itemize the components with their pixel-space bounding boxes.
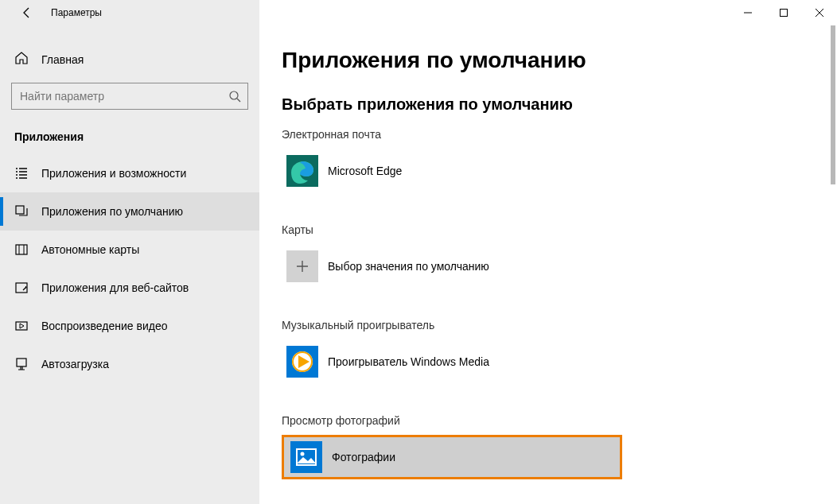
default-music-app-button[interactable]: Проигрыватель Windows Media [282, 339, 622, 384]
sidebar-item-label: Приложения для веб-сайтов [41, 281, 189, 294]
svg-rect-0 [780, 10, 787, 17]
svg-rect-6 [17, 359, 26, 366]
sidebar-item-label: Автозагрузка [41, 358, 109, 370]
home-icon [14, 51, 29, 68]
app-name-label: Фотографии [332, 451, 395, 463]
photos-icon [290, 441, 322, 473]
maximize-button[interactable] [765, 0, 801, 25]
svg-rect-5 [16, 322, 27, 330]
minimize-button[interactable] [730, 0, 765, 25]
scrollbar[interactable] [831, 25, 835, 184]
default-maps-app-button[interactable]: Выбор значения по умолчанию [282, 244, 622, 289]
map-icon [14, 242, 29, 257]
sidebar-item-label: Приложения и возможности [41, 167, 186, 180]
close-icon [816, 9, 823, 17]
default-music-block: Музыкальный проигрыватель Проигрыватель … [282, 319, 622, 384]
sidebar-section-title: Приложения [11, 130, 248, 154]
sidebar-item-label: Автономные карты [41, 243, 139, 256]
sidebar-item-offline-maps[interactable]: Автономные карты [0, 231, 259, 269]
back-button[interactable] [14, 0, 40, 25]
wmp-icon [286, 346, 318, 378]
category-label-photos: Просмотр фотографий [282, 414, 622, 427]
category-label-maps: Карты [282, 223, 622, 236]
default-maps-block: Карты Выбор значения по умолчанию [282, 223, 622, 289]
startup-icon [14, 357, 29, 371]
plus-icon [286, 250, 318, 282]
page-title: Приложения по умолчанию [282, 48, 815, 73]
svg-point-13 [301, 452, 305, 456]
minimize-icon [744, 9, 752, 17]
website-icon [14, 281, 29, 295]
default-email-block: Электронная почта Microsoft Edge [282, 128, 622, 193]
sidebar-item-startup[interactable]: Автозагрузка [0, 345, 259, 383]
default-photos-block: Просмотр фотографий Фотографии [282, 414, 622, 479]
maximize-icon [780, 9, 788, 17]
sidebar-item-apps-features[interactable]: Приложения и возможности [0, 154, 259, 192]
sidebar-item-video-playback[interactable]: Воспроизведение видео [0, 307, 259, 345]
search-input[interactable] [20, 90, 228, 103]
arrow-left-icon [21, 6, 33, 19]
home-nav[interactable]: Главная [11, 43, 248, 76]
titlebar: Параметры [0, 0, 837, 25]
category-label-music: Музыкальный проигрыватель [282, 319, 622, 331]
sidebar-item-default-apps[interactable]: Приложения по умолчанию [0, 192, 259, 231]
app-name-label: Проигрыватель Windows Media [328, 355, 489, 368]
default-icon [14, 204, 29, 219]
sidebar: Главная Приложения Приложения и возможно… [0, 25, 259, 504]
default-photos-app-button[interactable]: Фотографии [282, 435, 622, 479]
main-content: Приложения по умолчанию Выбрать приложен… [259, 25, 837, 504]
app-name-label: Выбор значения по умолчанию [328, 260, 489, 273]
video-icon [14, 319, 29, 333]
sidebar-item-websites-apps[interactable]: Приложения для веб-сайтов [0, 269, 259, 307]
search-box[interactable] [11, 83, 248, 110]
svg-rect-3 [16, 245, 27, 254]
default-email-app-button[interactable]: Microsoft Edge [282, 149, 622, 193]
svg-point-1 [230, 91, 238, 99]
svg-rect-2 [16, 206, 24, 214]
sidebar-item-label: Приложения по умолчанию [41, 205, 183, 218]
sub-heading: Выбрать приложения по умолчанию [282, 95, 815, 114]
category-label-email: Электронная почта [282, 128, 622, 141]
search-icon [228, 90, 241, 103]
close-button[interactable] [801, 0, 837, 25]
edge-icon [286, 155, 318, 187]
home-label: Главная [41, 53, 84, 66]
app-name-label: Microsoft Edge [328, 165, 402, 177]
sidebar-item-label: Воспроизведение видео [41, 320, 167, 332]
window-title: Параметры [51, 7, 102, 18]
svg-rect-11 [290, 441, 322, 473]
list-icon [14, 166, 29, 180]
